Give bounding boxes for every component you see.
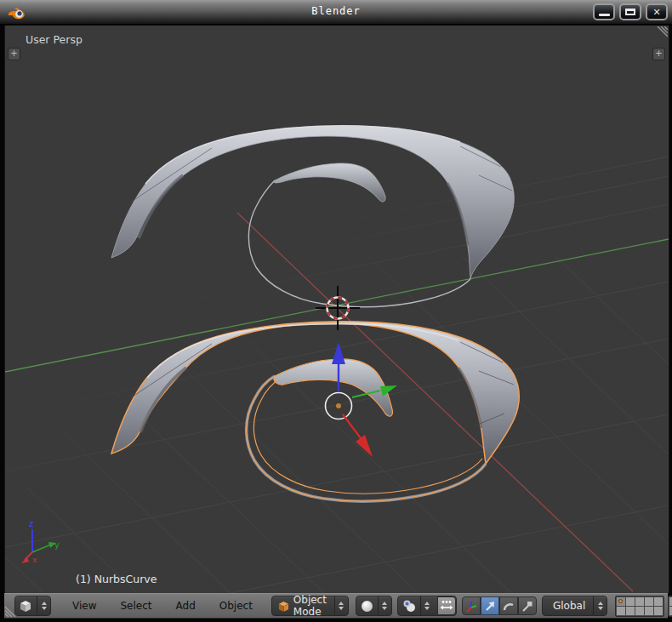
editor-type-stepper[interactable] bbox=[37, 596, 50, 615]
manipulator-cluster bbox=[462, 596, 537, 615]
layers-group-1 bbox=[615, 596, 664, 617]
rotate-arc-icon bbox=[502, 600, 515, 613]
layer-cell[interactable] bbox=[617, 597, 625, 606]
window-title: Blender bbox=[0, 5, 672, 17]
area-corner-handle-bottom[interactable] bbox=[5, 602, 20, 617]
pivot-stepper[interactable] bbox=[420, 596, 434, 615]
nurbs-surface-selected[interactable] bbox=[111, 322, 519, 501]
editor-type-cube-icon bbox=[19, 599, 32, 613]
layer-cell[interactable] bbox=[635, 607, 644, 615]
object-mode-cube-icon bbox=[277, 600, 290, 613]
mode-dropdown[interactable]: Object Mode bbox=[271, 596, 349, 616]
layers-group-2 bbox=[668, 596, 672, 617]
pivot-group bbox=[397, 596, 457, 616]
translate-arrow-icon bbox=[483, 600, 496, 613]
scale-handle-icon bbox=[521, 600, 533, 613]
manipulate-center-points-toggle[interactable] bbox=[437, 596, 456, 615]
viewport-header: View Select Add Object Object Mode bbox=[4, 593, 668, 619]
close-icon: ✕ bbox=[652, 8, 660, 17]
center-points-icon bbox=[440, 600, 453, 612]
blender-window: Blender ✕ bbox=[0, 0, 672, 622]
layers-widget bbox=[615, 596, 672, 617]
axis-label-x: x bbox=[32, 556, 37, 564]
scene-canvas bbox=[5, 26, 669, 593]
layer-cell[interactable] bbox=[626, 597, 635, 606]
scale-manipulator-button[interactable] bbox=[518, 596, 537, 615]
title-bar: Blender ✕ bbox=[0, 0, 672, 25]
layer-cell[interactable] bbox=[645, 607, 653, 615]
layer-cell[interactable] bbox=[654, 597, 663, 606]
expand-region-left-button[interactable]: + bbox=[8, 48, 20, 60]
pivot-point-icon[interactable] bbox=[402, 599, 416, 613]
menu-add[interactable]: Add bbox=[167, 596, 205, 616]
x-axis-line bbox=[237, 213, 633, 591]
menu-select[interactable]: Select bbox=[111, 596, 161, 616]
translate-manipulator-button[interactable] bbox=[481, 596, 499, 615]
menu-view[interactable]: View bbox=[63, 596, 105, 616]
layer-cell[interactable] bbox=[617, 607, 625, 615]
shading-dropdown[interactable] bbox=[356, 596, 392, 616]
axes-manipulator-icon bbox=[464, 600, 477, 613]
shading-sphere-icon bbox=[361, 600, 373, 613]
layer-cell[interactable] bbox=[635, 597, 644, 606]
orientation-dropdown[interactable]: Global bbox=[542, 596, 607, 616]
mode-dropdown-stepper[interactable] bbox=[334, 596, 348, 615]
active-object-info: (1) NurbsCurve bbox=[76, 573, 157, 585]
nurbs-surface-upper[interactable] bbox=[111, 126, 514, 307]
layer-cell[interactable] bbox=[626, 607, 635, 615]
shading-stepper[interactable] bbox=[378, 596, 391, 615]
viewport-3d[interactable]: User Persp + + z y x (1) NurbsCurve bbox=[4, 26, 669, 593]
axis-label-z: z bbox=[29, 519, 33, 528]
menu-object[interactable]: Object bbox=[210, 596, 262, 616]
active-layer-dot bbox=[618, 599, 623, 603]
axis-label-y: y bbox=[54, 540, 60, 550]
minimize-icon bbox=[599, 14, 610, 16]
rotate-manipulator-button[interactable] bbox=[499, 596, 518, 615]
object-origin-dot bbox=[335, 402, 341, 408]
area-corner-handle[interactable] bbox=[652, 26, 668, 42]
layer-cell[interactable] bbox=[654, 607, 663, 615]
orientation-axes-widget: z y x bbox=[15, 518, 63, 566]
view-label: User Persp bbox=[26, 33, 83, 46]
orientation-dropdown-value: Global bbox=[550, 600, 589, 612]
maximize-button[interactable] bbox=[619, 3, 641, 20]
layer-cell[interactable] bbox=[645, 597, 653, 606]
minimize-button[interactable] bbox=[593, 3, 615, 20]
close-button[interactable]: ✕ bbox=[646, 3, 668, 20]
expand-region-right-button[interactable]: + bbox=[652, 48, 665, 60]
manipulator-toggle-button[interactable] bbox=[462, 596, 481, 615]
mode-dropdown-value: Object Mode bbox=[290, 594, 330, 618]
maximize-icon bbox=[625, 9, 635, 15]
orientation-stepper[interactable] bbox=[593, 596, 607, 615]
